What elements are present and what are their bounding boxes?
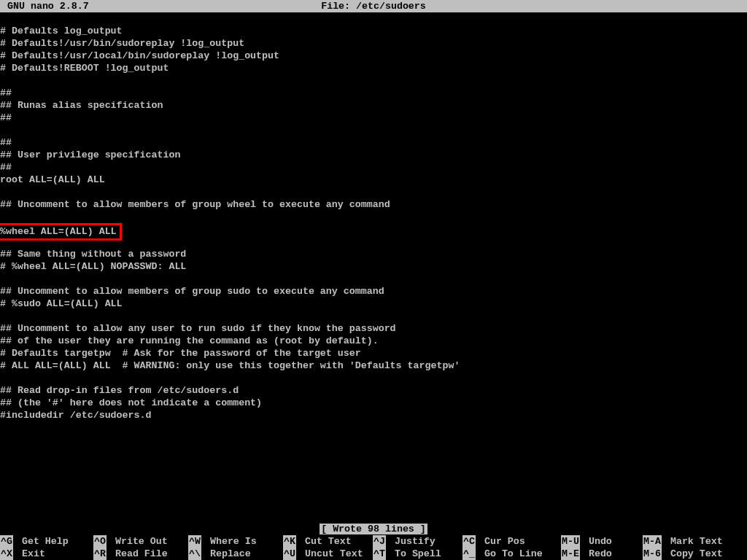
editor-line[interactable] (0, 310, 747, 322)
shortcut-label: Undo (583, 535, 612, 548)
shortcut-item: M-6 Copy Text (643, 548, 745, 560)
editor-content[interactable]: # Defaults log_output# Defaults!/usr/bin… (0, 12, 747, 421)
editor-line[interactable]: # %sudo ALL=(ALL) ALL (0, 298, 747, 310)
editor-line[interactable]: # ALL ALL=(ALL) ALL # WARNING: only use … (0, 359, 747, 372)
shortcut-item: ^C Cur Pos (462, 535, 561, 548)
status-bar: [ Wrote 98 lines ] (320, 524, 427, 534)
shortcut-key: ^K (283, 535, 296, 548)
editor-line[interactable]: #includedir /etc/sudoers.d (0, 409, 747, 421)
shortcut-item: ^X Exit (0, 548, 93, 560)
status-bar-wrap: [ Wrote 98 lines ] (0, 523, 747, 535)
shortcut-label: Go To Line (479, 548, 543, 560)
shortcut-label: To Spell (389, 548, 441, 560)
shortcut-item: ^G Get Help (0, 535, 93, 548)
editor-line[interactable]: # Defaults!/usr/local/bin/sudoreplay !lo… (0, 50, 747, 62)
shortcut-item: ^\ Replace (188, 548, 283, 560)
editor-line[interactable] (0, 273, 747, 285)
editor-line[interactable]: ## Uncomment to allow any user to run su… (0, 322, 747, 335)
shortcut-item: ^_ Go To Line (462, 548, 561, 560)
editor-line[interactable] (0, 74, 747, 87)
editor-line[interactable]: # Defaults log_output (0, 25, 747, 37)
shortcut-row-1: ^G Get Help^O Write Out^W Where Is^K Cut… (0, 535, 747, 548)
shortcut-label: Exit (16, 548, 45, 560)
highlighted-line: %wheel ALL=(ALL) ALL (0, 223, 122, 241)
editor-line[interactable]: ## (0, 87, 747, 99)
editor-line[interactable]: ## Runas alias specification (0, 99, 747, 112)
shortcut-key: ^\ (188, 548, 201, 560)
shortcut-label: Where Is (204, 535, 257, 548)
shortcut-item: ^J Justify (373, 535, 462, 548)
shortcut-key: ^C (462, 535, 476, 548)
shortcut-key: ^T (373, 548, 386, 560)
shortcut-key: ^R (93, 548, 107, 560)
editor-line[interactable]: ## (0, 161, 747, 174)
editor-line[interactable] (0, 12, 747, 25)
shortcut-key: ^U (283, 548, 296, 560)
shortcut-key: M-A (643, 535, 662, 548)
shortcut-item: ^R Read File (93, 548, 188, 560)
shortcut-key: ^X (0, 548, 13, 560)
editor-line[interactable]: # Defaults targetpw # Ask for the passwo… (0, 347, 747, 359)
editor-line[interactable]: ## (the '#' here does not indicate a com… (0, 397, 747, 409)
shortcut-label: Write Out (109, 535, 168, 548)
shortcut-item: M-E Redo (561, 548, 643, 560)
editor-line[interactable]: ## (0, 112, 747, 124)
editor-line[interactable]: %wheel ALL=(ALL) ALL (0, 223, 747, 236)
shortcut-label: Replace (204, 548, 251, 560)
shortcut-label: Redo (583, 548, 612, 560)
shortcut-label: Cur Pos (479, 535, 525, 548)
shortcut-row-2: ^X Exit^R Read File^\ Replace^U Uncut Te… (0, 548, 747, 560)
shortcut-key: ^O (93, 535, 107, 548)
shortcut-bar: ^G Get Help^O Write Out^W Where Is^K Cut… (0, 535, 747, 560)
titlebar: GNU nano 2.8.7 File: /etc/sudoers (0, 0, 747, 12)
shortcut-item: ^O Write Out (93, 535, 188, 548)
editor-line[interactable]: # %wheel ALL=(ALL) NOPASSWD: ALL (0, 260, 747, 273)
editor-line[interactable] (0, 372, 747, 384)
editor-line[interactable]: ## User privilege specification (0, 149, 747, 161)
editor-line[interactable]: ## Same thing without a password (0, 248, 747, 260)
shortcut-item: ^W Where Is (188, 535, 283, 548)
shortcut-item: M-A Mark Text (643, 535, 745, 548)
shortcut-label: Copy Text (665, 548, 723, 560)
editor-line[interactable]: ## Uncomment to allow members of group w… (0, 198, 747, 211)
shortcut-key: M-U (561, 535, 580, 548)
shortcut-key: ^_ (462, 548, 476, 560)
editor-line[interactable]: ## Uncomment to allow members of group s… (0, 285, 747, 298)
app-name: GNU nano 2.8.7 (7, 0, 89, 12)
file-name: File: /etc/sudoers (0, 0, 747, 12)
shortcut-item: ^T To Spell (373, 548, 462, 560)
editor-line[interactable] (0, 211, 747, 223)
shortcut-key: ^G (0, 535, 13, 548)
shortcut-item: ^K Cut Text (283, 535, 373, 548)
shortcut-key: M-6 (643, 548, 662, 560)
editor-line[interactable] (0, 186, 747, 198)
shortcut-item: M-U Undo (561, 535, 643, 548)
shortcut-label: Uncut Text (299, 548, 363, 560)
editor-line[interactable]: ## (0, 136, 747, 149)
editor-line[interactable]: root ALL=(ALL) ALL (0, 174, 747, 186)
editor-line[interactable] (0, 124, 747, 136)
shortcut-label: Mark Text (665, 535, 723, 548)
shortcut-key: M-E (561, 548, 580, 560)
shortcut-label: Get Help (16, 535, 69, 548)
shortcut-key: ^W (188, 535, 201, 548)
shortcut-item: ^U Uncut Text (283, 548, 373, 560)
shortcut-label: Read File (109, 548, 168, 560)
shortcut-key: ^J (373, 535, 386, 548)
editor-line[interactable]: ## of the user they are running the comm… (0, 335, 747, 347)
editor-line[interactable]: # Defaults!/usr/bin/sudoreplay !log_outp… (0, 37, 747, 50)
shortcut-label: Justify (389, 535, 436, 548)
editor-line[interactable]: # Defaults!REBOOT !log_output (0, 62, 747, 74)
editor-line[interactable]: ## Read drop-in files from /etc/sudoers.… (0, 384, 747, 397)
shortcut-label: Cut Text (299, 535, 352, 548)
